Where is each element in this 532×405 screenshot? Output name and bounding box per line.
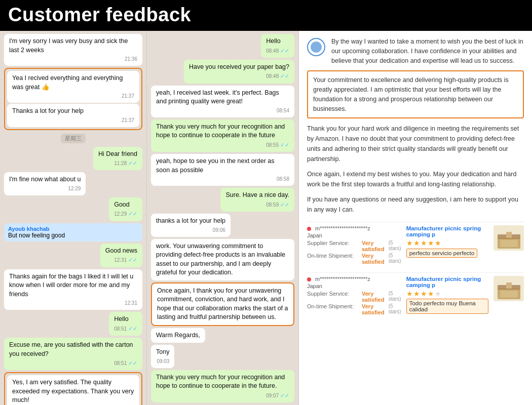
msg-l11: Yes, I am very satisfied. The quality ex… xyxy=(7,375,139,405)
shipment-row-2: On-time Shipment: Very satisfied (5 star… xyxy=(307,303,401,315)
highlight-box: Your commitment to excellence and delive… xyxy=(307,70,524,118)
svg-rect-9 xyxy=(500,291,518,298)
msg-m4: Thank you very much for your recognition… xyxy=(151,119,294,152)
msg-m5: yeah, hope to see you in the next order … xyxy=(151,154,294,186)
msg-contact: Ayoub khachab But now feeling good xyxy=(4,223,142,241)
info-panel-right: By the way I wanted to take a moment to … xyxy=(299,31,532,405)
msg-l7: Good news 12:31 ✓✓ xyxy=(100,244,142,267)
review-comment-1: perfecto servicio perfecto xyxy=(406,249,477,258)
msg-l10: Excuse me, are you satisfied with the ca… xyxy=(4,338,142,370)
msg-m12: Thank you very much for your recognition… xyxy=(151,370,294,402)
msg-l6: Good 12:29 ✓✓ xyxy=(109,197,142,221)
para1: Thank you for your hard work and diligen… xyxy=(307,124,524,164)
reviewer-country-2: Japan xyxy=(307,283,401,289)
svg-rect-7 xyxy=(506,282,512,289)
review-thumb-2 xyxy=(493,276,524,301)
review-card-2: m**********************z Japan Supplier … xyxy=(307,272,524,319)
msg-l2: Yea I recived everything and everything … xyxy=(7,71,139,103)
page-header: Customer feedback xyxy=(0,0,532,31)
msg-l1: I'm very sorry I was very busy and sick … xyxy=(4,34,142,66)
msg-m3: yeah, I received last week. it's perfect… xyxy=(151,86,294,117)
reviewer-country-1: Japan xyxy=(307,232,401,238)
review-thumb-1 xyxy=(493,225,524,251)
msg-m9: Once again, I thank you for your unwaver… xyxy=(151,282,294,326)
day-divider: 星期三 xyxy=(61,134,86,143)
msg-m8: work. Your unwavering commitment to prov… xyxy=(151,239,294,280)
brand-icon xyxy=(307,38,325,56)
reviewer-id-2: m**********************z xyxy=(315,276,370,282)
reviewer-dot-2 xyxy=(307,277,311,281)
msg-m6: Sure. Have a nice day. 08:59 ✓✓ xyxy=(220,188,294,212)
msg-m2: Have you received your paper bag? 08:48 … xyxy=(184,60,294,84)
service-row-2: Supplier Service: Very satisfied (5 star… xyxy=(307,291,401,303)
svg-rect-4 xyxy=(500,240,518,247)
main-content: I'm very sorry I was very busy and sick … xyxy=(0,31,532,405)
shipment-row-1: On-time Shipment: Very satisfied (5 star… xyxy=(307,253,401,265)
svg-rect-2 xyxy=(506,232,512,238)
product-name-2: Manufacturer picnic spring camping p xyxy=(406,276,488,288)
msg-l8: Thanks again for the bags I liked it I w… xyxy=(4,269,142,310)
chat-panel-left: I'm very sorry I was very busy and sick … xyxy=(0,31,147,405)
intro-block: By the way I wanted to take a moment to … xyxy=(307,37,524,65)
chat-panel-middle: Hello 08:48 ✓✓ Have you received your pa… xyxy=(147,31,299,405)
review-comment-2: Todo perfecto muy Buena calidad xyxy=(406,299,488,314)
review-card-1: m**********************z Japan Supplier … xyxy=(307,222,524,268)
para3: If you have any questions or need any su… xyxy=(307,194,524,215)
intro-text: By the way I wanted to take a moment to … xyxy=(331,37,524,65)
stars-row-1: ★ ★ ★ ★ ★ xyxy=(406,239,488,247)
reviewer-dot-1 xyxy=(307,227,311,231)
msg-l4: Hi Dear friend 11:28 ✓✓ xyxy=(93,147,142,171)
msg-m7: thanks a lot for your help 09:06 xyxy=(151,214,231,237)
msg-l5: I'm fine now what about u 12:29 xyxy=(4,172,86,195)
msg-l3: Thanks a lot for your help 21:37 xyxy=(7,104,139,127)
para2: Once again, I extend my best wishes to y… xyxy=(307,169,524,189)
reviews-section: m**********************z Japan Supplier … xyxy=(307,222,524,319)
product-name-1: Manufacturer picnic spring camping p xyxy=(406,225,488,237)
msg-m10: Warm Regards, xyxy=(151,328,205,343)
stars-row-2: ★ ★ ★ ★ ★ xyxy=(406,290,488,298)
msg-m11: Tony 09:03 xyxy=(151,345,174,368)
reviewer-id-1: m**********************z xyxy=(315,225,370,231)
page-title: Customer feedback xyxy=(8,4,191,25)
msg-l9: Hello 08:51 ✓✓ xyxy=(109,312,142,336)
msg-m1: Hello 08:48 ✓✓ xyxy=(261,34,294,58)
service-row-1: Supplier Service: Very satisfied (5 star… xyxy=(307,240,401,252)
